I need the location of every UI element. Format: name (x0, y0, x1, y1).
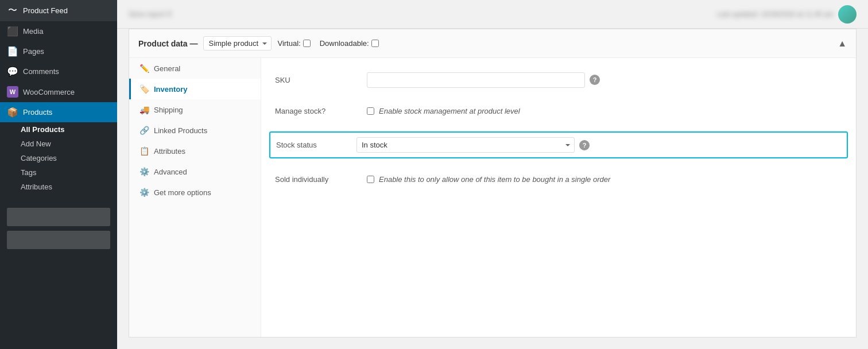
sidebar-item-product-feed[interactable]: 〜 Product Feed (0, 0, 117, 21)
manage-stock-text: Enable stock management at product level (379, 107, 520, 115)
sold-individually-row: Sold individually Enable this to only al… (275, 169, 842, 189)
sku-help-icon[interactable]: ? (590, 75, 600, 85)
sidebar-sub-categories[interactable]: Categories (0, 151, 117, 165)
tab-advanced[interactable]: ⚙️ Advanced (129, 161, 261, 182)
get-more-options-tab-icon: ⚙️ (139, 188, 149, 197)
tab-get-more-options[interactable]: ⚙️ Get more options (129, 182, 261, 203)
downloadable-label[interactable]: Downloadable: (320, 39, 379, 48)
sidebar-sub-all-products[interactable]: All Products (0, 122, 117, 137)
woo-icon: W (7, 86, 18, 98)
sidebar-item-media[interactable]: ⬛ Media (0, 21, 117, 41)
products-submenu: All Products Add New Categories Tags Att… (0, 122, 117, 194)
sidebar-item-woocommerce[interactable]: W WooCommerce (0, 82, 117, 102)
products-icon: 📦 (7, 107, 18, 118)
media-icon: ⬛ (7, 26, 18, 37)
sold-individually-text: Enable this to only allow one of this it… (379, 175, 610, 184)
inventory-tab-content: SKU ? Manage stock? Enable stock managem… (261, 58, 856, 337)
stock-status-select[interactable]: In stockOut of stockOn backorder (356, 137, 575, 153)
tab-attributes[interactable]: 📋 Attributes (129, 141, 261, 161)
manage-stock-field: Enable stock management at product level (367, 107, 842, 115)
tab-inventory[interactable]: 🏷️ Inventory (129, 79, 261, 99)
sidebar-item-comments[interactable]: 💬 Comments (0, 61, 117, 82)
main-content: Store report ® Last updated: 10/28/2020 … (117, 0, 868, 349)
sold-individually-checkbox[interactable] (367, 176, 374, 183)
general-tab-icon: ✏️ (139, 64, 149, 73)
tab-linked-products[interactable]: 🔗 Linked Products (129, 120, 261, 141)
tab-shipping[interactable]: 🚚 Shipping (129, 99, 261, 120)
product-data-header-left: Product data — Simple product Virtual: D… (138, 36, 379, 51)
sidebar-sub-attributes[interactable]: Attributes (0, 180, 117, 194)
virtual-checkbox[interactable] (303, 40, 311, 47)
linked-products-tab-icon: 🔗 (139, 126, 149, 135)
stock-status-field: In stockOut of stockOn backorder ? (356, 137, 841, 153)
stock-status-help-icon[interactable]: ? (579, 140, 590, 150)
product-data-title: Product data — (138, 39, 197, 48)
attributes-tab-icon: 📋 (139, 146, 149, 156)
collapse-arrow-icon[interactable]: ▲ (838, 38, 847, 49)
product-data-body: ✏️ General 🏷️ Inventory 🚚 Shipping 🔗 Lin… (129, 58, 856, 337)
top-bar-left-text: Store report ® (129, 10, 172, 18)
advanced-tab-icon: ⚙️ (139, 167, 149, 176)
product-type-select[interactable]: Simple product (203, 36, 272, 51)
sidebar-item-pages[interactable]: 📄 Pages (0, 41, 117, 61)
virtual-downloadable: Virtual: Downloadable: (277, 39, 378, 48)
tab-general[interactable]: ✏️ General (129, 58, 261, 79)
top-bar-right: Last updated: 10/28/2020 at 11:45 am (717, 5, 857, 24)
virtual-label[interactable]: Virtual: (277, 39, 310, 48)
manage-stock-checkbox[interactable] (367, 107, 374, 115)
sidebar-sub-tags[interactable]: Tags (0, 165, 117, 180)
top-bar: Store report ® Last updated: 10/28/2020 … (117, 0, 868, 29)
sidebar-blurred-1 (7, 208, 110, 226)
sold-individually-field: Enable this to only allow one of this it… (367, 175, 842, 184)
stock-status-row: Stock status In stockOut of stockOn back… (269, 131, 848, 158)
stock-status-label: Stock status (276, 141, 356, 149)
sku-input[interactable] (367, 72, 585, 88)
top-bar-right-text: Last updated: 10/28/2020 at 11:45 am (717, 10, 834, 18)
product-data-panel: Product data — Simple product Virtual: D… (129, 29, 857, 338)
downloadable-checkbox[interactable] (371, 40, 379, 47)
sku-row: SKU ? (275, 69, 842, 90)
avatar[interactable] (838, 5, 857, 24)
sidebar-blurred-2 (7, 231, 110, 249)
sidebar-item-products[interactable]: 📦 Products (0, 102, 117, 122)
product-feed-icon: 〜 (7, 5, 18, 17)
product-tabs: ✏️ General 🏷️ Inventory 🚚 Shipping 🔗 Lin… (129, 58, 261, 337)
inventory-tab-icon: 🏷️ (139, 84, 149, 94)
comments-icon: 💬 (7, 66, 18, 77)
manage-stock-row: Manage stock? Enable stock management at… (275, 100, 842, 121)
sidebar: 〜 Product Feed ⬛ Media 📄 Pages 💬 Comment… (0, 0, 117, 349)
sidebar-sub-add-new[interactable]: Add New (0, 137, 117, 151)
manage-stock-label: Manage stock? (275, 107, 367, 115)
sku-field: ? (367, 72, 842, 88)
sku-label: SKU (275, 76, 367, 84)
product-data-header: Product data — Simple product Virtual: D… (129, 29, 856, 58)
pages-icon: 📄 (7, 46, 18, 57)
shipping-tab-icon: 🚚 (139, 105, 149, 114)
sold-individually-label: Sold individually (275, 175, 367, 184)
